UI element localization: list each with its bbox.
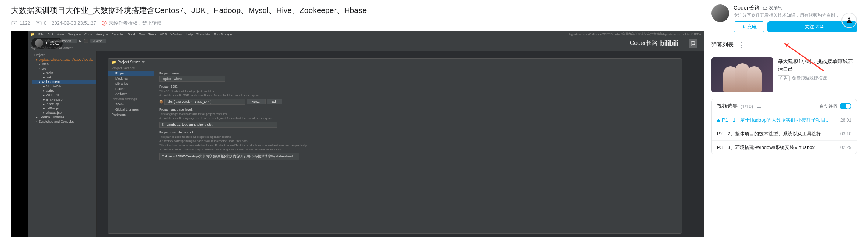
- svg-rect-7: [763, 7, 767, 9]
- tree-item: ▸ listFile.jsp: [32, 106, 96, 111]
- tree-item: ▸ .idea: [32, 62, 96, 66]
- watermark: Coder长路 bilibili: [630, 39, 678, 48]
- tree-item: ▸ script: [32, 88, 96, 93]
- danmaku-icon: [35, 20, 42, 27]
- tree-item: ▸ main: [32, 71, 96, 75]
- publish-date: 2024-02-03 23:51:27: [52, 20, 96, 26]
- project-structure-dialog: 📁Project Structure Project SettingsProje…: [108, 58, 682, 234]
- playlist-title: 视频选集: [717, 103, 738, 109]
- video-title: 大数据实训项目大作业_大数据环境搭建含Centos7、JDK、Hadoop、My…: [11, 4, 704, 16]
- playlist-item[interactable]: P2 2、整体项目的技术选型、系统以及工具选择03:10: [712, 127, 857, 140]
- avatar: [35, 39, 43, 47]
- ad-thumbnail: [711, 57, 773, 92]
- dialog-nav-item: Project Settings: [108, 66, 154, 71]
- view-count: 1122: [11, 20, 30, 27]
- ide-menubar: 📁 FileEditView NavigateCodeAnalyze Refac…: [28, 31, 704, 38]
- ide-tabs: bigdata-wheat · WebContent: [28, 45, 704, 51]
- site-logo[interactable]: [841, 13, 857, 28]
- charge-button[interactable]: 充电: [734, 21, 764, 32]
- more-icon[interactable]: ⋮: [738, 41, 745, 49]
- feedback-button[interactable]: [689, 39, 697, 48]
- uploader-card: Coder长路 发消息 专注分享软件开发相关技术知识，所有视频均为自制， 充电 …: [711, 4, 857, 32]
- tree-item: ▸ src: [32, 66, 96, 71]
- playlist-item[interactable]: P3 3、环境搭建-Windows系统安装Virtuabox02:29: [712, 140, 857, 154]
- playlist-item[interactable]: P1 1、基于Hadoop的大数据实训-小麦种子项目...26:01: [712, 113, 857, 127]
- playing-icon: [717, 118, 720, 122]
- list-icon[interactable]: [756, 103, 762, 109]
- lightning-icon: [742, 25, 746, 29]
- ad-subtitle: 免费领游戏建模课: [792, 75, 827, 81]
- dialog-nav-item: Global Libraries: [108, 107, 154, 112]
- video-meta: 1122 0 2024-02-03 23:51:27 未经作者授权，禁止转载: [11, 20, 704, 27]
- ad-badge: 广告: [778, 75, 790, 81]
- playlist: 视频选集 (1/10) 自动连播 P1 1、基于Hadoop的大数据实训-小麦种…: [711, 99, 857, 154]
- uploader-avatar[interactable]: [711, 4, 729, 22]
- tree-item: ▸ wheats.jsp: [32, 111, 96, 115]
- ad-card[interactable]: 每天建模1小时，挑战接单赚钱养活自己 广告 免费领游戏建模课: [711, 57, 857, 92]
- dialog-nav-item: SDKs: [108, 102, 154, 107]
- danmaku-count: 0: [35, 20, 46, 27]
- dialog-nav-item: Libraries: [108, 81, 154, 86]
- dialog-nav-item: Platform Settings: [108, 97, 154, 102]
- ide-toolbar: ←→ Add Configuration... ▶⬛ JRebel: [28, 38, 704, 45]
- svg-rect-1: [36, 21, 41, 25]
- video-player[interactable]: +关注 Coder长路 bilibili 📁 FileEditView Navi…: [11, 31, 704, 237]
- playlist-count: (1/10): [741, 104, 753, 109]
- tree-item: ▸ External Libraries: [32, 115, 96, 119]
- follow-overlay[interactable]: +关注: [31, 38, 63, 49]
- tree-item: ▸ index.jsp: [32, 102, 96, 106]
- uploader-name[interactable]: Coder长路: [734, 4, 760, 11]
- project-tree: Project ▾ bigdata-wheat C:\Users\93997\D…: [32, 51, 97, 237]
- danmaku-list-header[interactable]: 弹幕列表 ⋮: [711, 37, 857, 53]
- tree-item: ▸ WebContent: [32, 80, 96, 84]
- svg-point-6: [848, 18, 850, 20]
- dialog-nav-item: Artifacts: [108, 91, 154, 97]
- dialog-nav-item: Project: [108, 71, 154, 76]
- autoplay-label: 自动连播: [820, 103, 837, 109]
- autoplay-toggle[interactable]: [840, 103, 851, 109]
- dialog-nav-item: Modules: [108, 76, 154, 81]
- ide-screenshot: +关注 Coder长路 bilibili 📁 FileEditView Navi…: [28, 31, 704, 237]
- forbidden-icon: [101, 20, 107, 26]
- uploader-desc: 专注分享软件开发相关技术知识，所有视频均为自制，: [734, 12, 857, 18]
- tree-item: ▸ analyse.jsp: [32, 97, 96, 102]
- no-repost-notice: 未经作者授权，禁止转载: [101, 20, 161, 27]
- ad-title: 每天建模1小时，挑战接单赚钱养活自己: [778, 57, 857, 73]
- svg-line-5: [103, 22, 106, 25]
- mail-icon: [763, 6, 768, 11]
- dialog-nav-item: Problems: [108, 112, 154, 117]
- tree-item: ▸ test: [32, 75, 96, 80]
- play-icon: [11, 20, 18, 27]
- dialog-nav-item: Facets: [108, 86, 154, 91]
- tree-item: ▸ META-INF: [32, 84, 96, 88]
- send-message-link[interactable]: 发消息: [763, 5, 782, 11]
- tree-item: ▸ Scratches and Consoles: [32, 119, 96, 124]
- tree-item: ▸ WEB-INF: [32, 93, 96, 97]
